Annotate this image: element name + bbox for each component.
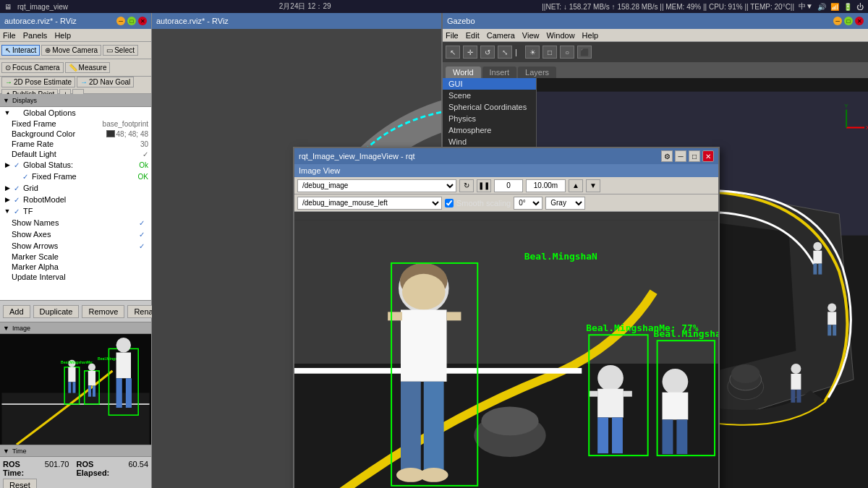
tree-grid[interactable]: ▶ ✓ Grid: [0, 182, 151, 194]
add-display-button[interactable]: Add: [3, 305, 30, 318]
tree-update-interval[interactable]: Update Interval: [9, 272, 151, 282]
topic-select[interactable]: /debug_image: [297, 179, 456, 192]
svg-text:Y: Y: [844, 103, 848, 109]
displays-collapse-icon[interactable]: ▼: [3, 97, 9, 104]
gaz-menu-camera[interactable]: Camera: [487, 31, 515, 40]
tree-show-axes[interactable]: Show Axes ✓: [9, 228, 151, 240]
gaz-menu-edit[interactable]: Edit: [466, 31, 480, 40]
gazebo-maximize-button[interactable]: □: [844, 17, 853, 25]
tree-background-color[interactable]: Background Color 48; 48; 48: [9, 129, 151, 139]
zoom-input[interactable]: [494, 179, 523, 192]
gaz-toolbar-sep: |: [515, 48, 522, 56]
check-icon: ✓: [12, 160, 22, 170]
volume-icon[interactable]: 🔊: [817, 3, 826, 11]
tree-frame-rate[interactable]: Frame Rate 30: [9, 139, 151, 149]
tab-world[interactable]: World: [446, 67, 481, 78]
rviz-minimize-button[interactable]: ─: [116, 17, 125, 25]
color-swatch: [106, 130, 115, 137]
time-collapse-icon[interactable]: ▼: [3, 448, 9, 455]
tab-insert[interactable]: Insert: [482, 67, 517, 78]
tree-default-light[interactable]: Default Light ✓: [9, 149, 151, 159]
tree-marker-scale[interactable]: Marker Scale: [9, 252, 151, 262]
power-icon[interactable]: ⏻: [856, 3, 864, 11]
menu-file[interactable]: File: [3, 31, 16, 40]
gaz-menu-file[interactable]: File: [446, 31, 459, 40]
measure-button[interactable]: 📏 Measure: [65, 62, 111, 73]
gaz-menu-help[interactable]: Help: [582, 31, 599, 40]
tree-global-status[interactable]: ▶ ✓ Global Status: Ok: [0, 159, 151, 171]
gaz-menu-view[interactable]: View: [522, 31, 540, 40]
rviz-maximize-button[interactable]: □: [127, 17, 136, 25]
tree-fixed-frame-ok[interactable]: ✓ Fixed Frame OK: [9, 171, 151, 182]
gaz-sphere-tool[interactable]: ○: [560, 46, 574, 59]
menu-help[interactable]: Help: [54, 31, 71, 40]
nav-goal-button[interactable]: → 2D Nav Goal: [77, 77, 134, 87]
input-method[interactable]: 中▼: [799, 1, 813, 12]
displays-tree[interactable]: ▼ Global Options Fixed Frame base_footpr…: [0, 107, 151, 300]
mouse-topic-select[interactable]: /debug_image_mouse_left: [297, 197, 442, 210]
expand-icon: ▼: [3, 207, 12, 215]
zoom-out-button[interactable]: ▼: [586, 179, 600, 192]
popup-close-button[interactable]: ✕: [702, 150, 714, 162]
popup-image-area[interactable]: Beal.MingshanMe: 77% Beal.MingshanMe: 54…: [294, 212, 718, 488]
gaz-box-tool[interactable]: □: [542, 46, 557, 59]
tree-marker-alpha[interactable]: Marker Alpha: [9, 262, 151, 272]
gaz-translate-tool[interactable]: ✛: [463, 46, 477, 59]
show-axes-label: Show Axes: [12, 230, 137, 239]
tree-fixed-frame[interactable]: Fixed Frame base_footprint: [9, 119, 151, 129]
color-scheme-select[interactable]: Gray: [545, 197, 585, 210]
network-icon[interactable]: 📶: [830, 3, 839, 11]
sidebar-item-spherical[interactable]: Spherical Coordinates: [443, 101, 536, 113]
check-icon: ✓: [137, 218, 147, 228]
gaz-scale-tool[interactable]: ⤡: [498, 46, 512, 59]
sidebar-item-gui[interactable]: GUI: [443, 78, 536, 90]
select-button[interactable]: ▭ Select: [103, 45, 138, 56]
check-icon: ✓: [12, 183, 22, 193]
svg-rect-48: [424, 382, 444, 475]
svg-point-37: [663, 369, 689, 395]
gaz-select-tool[interactable]: ↖: [446, 46, 460, 59]
gazebo-minimize-button[interactable]: ─: [833, 17, 842, 25]
refresh-button[interactable]: ↻: [459, 179, 474, 192]
gaz-rotate-tool[interactable]: ↺: [480, 46, 495, 59]
smooth-scaling-checkbox[interactable]: [445, 199, 454, 207]
sidebar-item-physics[interactable]: Physics: [443, 113, 536, 124]
tree-tf[interactable]: ▼ ✓ TF: [0, 205, 151, 217]
sidebar-item-wind[interactable]: Wind: [443, 136, 536, 147]
rotation-select[interactable]: 0°: [514, 197, 542, 210]
svg-rect-70: [827, 312, 836, 325]
menu-panels[interactable]: Panels: [23, 31, 48, 40]
pose-estimate-button[interactable]: → 2D Pose Estimate: [1, 77, 75, 87]
gaz-cylinder-tool[interactable]: ⬛: [577, 46, 592, 59]
gaz-light-tool[interactable]: ☀: [525, 46, 540, 59]
popup-maximize-button[interactable]: □: [689, 150, 700, 162]
svg-rect-8: [72, 382, 75, 393]
tree-robot-model[interactable]: ▶ ✓ RobotModel: [0, 194, 151, 205]
move-camera-button[interactable]: ⊕ Move Camera: [41, 45, 101, 56]
interact-button[interactable]: ↖ Interact: [1, 45, 40, 56]
scale-input[interactable]: [526, 179, 566, 192]
sidebar-item-atmosphere[interactable]: Atmosphere: [443, 124, 536, 136]
battery-icon[interactable]: 🔋: [843, 3, 852, 11]
tab-layers[interactable]: Layers: [518, 67, 556, 78]
rviz-close-button[interactable]: ✕: [138, 17, 147, 25]
tree-show-names[interactable]: Show Names ✓: [9, 217, 151, 228]
gazebo-close-button[interactable]: ✕: [855, 17, 864, 25]
tree-show-arrows[interactable]: Show Arrows ✓: [9, 240, 151, 252]
ros-time-value: 501.70: [45, 460, 69, 477]
reset-row: Reset: [3, 479, 148, 488]
sidebar-item-scene[interactable]: Scene: [443, 90, 536, 101]
popup-settings-button[interactable]: ⚙: [661, 150, 673, 162]
measure-icon: 📏: [69, 64, 77, 72]
image-section-collapse-icon[interactable]: ▼: [3, 325, 9, 332]
duplicate-display-button[interactable]: Duplicate: [33, 305, 80, 318]
reset-button[interactable]: Reset: [3, 479, 37, 488]
zoom-in-button[interactable]: ▲: [569, 179, 583, 192]
gaz-menu-window[interactable]: Window: [546, 31, 574, 40]
popup-minimize-button[interactable]: ─: [675, 150, 686, 162]
tree-global-options[interactable]: ▼ Global Options: [0, 107, 151, 119]
freeze-button[interactable]: ❚❚: [477, 179, 491, 192]
focus-camera-button[interactable]: ⊙ Focus Camera: [1, 62, 64, 73]
svg-rect-71: [827, 325, 831, 335]
remove-display-button[interactable]: Remove: [82, 305, 124, 318]
